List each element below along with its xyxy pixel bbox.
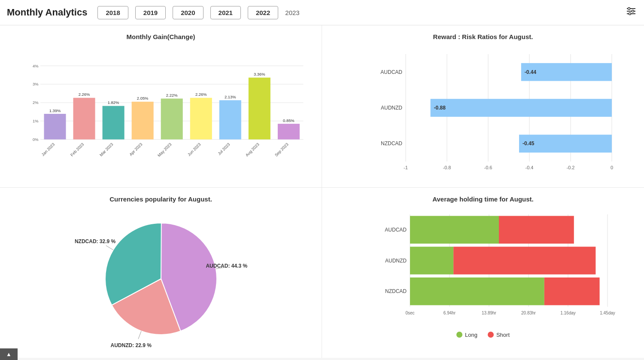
long-color-dot — [456, 332, 462, 338]
svg-rect-86 — [544, 277, 600, 305]
legend-long-label: Long — [465, 332, 477, 338]
svg-text:May 2023: May 2023 — [157, 142, 173, 158]
monthly-gain-title: Monthly Gain(Change) — [10, 33, 311, 40]
svg-text:-0.2: -0.2 — [567, 165, 575, 170]
svg-point-5 — [629, 13, 631, 15]
svg-text:0%: 0% — [33, 137, 39, 142]
svg-text:2.26%: 2.26% — [195, 92, 207, 97]
year-btn-2021[interactable]: 2021 — [210, 6, 241, 19]
svg-text:-0.88: -0.88 — [434, 105, 446, 111]
svg-text:-0.4: -0.4 — [526, 165, 534, 170]
svg-text:-0.44: -0.44 — [525, 69, 537, 75]
year-btn-2018[interactable]: 2018 — [97, 6, 128, 19]
svg-text:-1: -1 — [404, 165, 408, 170]
currencies-pie-panel: Currencies popularity for August. AUDCAD… — [0, 188, 322, 358]
legend-short: Short — [488, 332, 510, 338]
legend-area: Long Short — [332, 332, 634, 338]
svg-rect-22 — [103, 106, 125, 140]
header: Monthly Analytics 2018 2019 2020 2021 20… — [0, 0, 644, 25]
svg-rect-40 — [278, 124, 300, 139]
svg-rect-83 — [453, 247, 595, 275]
legend-short-label: Short — [496, 332, 510, 338]
svg-text:Apr 2023: Apr 2023 — [128, 142, 143, 157]
year-btn-2019[interactable]: 2019 — [135, 6, 166, 19]
holding-svg: 0sec6.94hr13.89hr20.83hr1.16day1.45dayAU… — [367, 208, 625, 328]
svg-rect-16 — [44, 114, 66, 140]
svg-rect-82 — [410, 247, 453, 275]
svg-point-3 — [628, 8, 630, 10]
pie-svg — [92, 210, 230, 348]
svg-rect-79 — [410, 216, 499, 243]
svg-text:Jun 2023: Jun 2023 — [187, 142, 202, 157]
holding-time-title: Average holding time for August. — [332, 195, 634, 203]
svg-text:AUDCAD: AUDCAD — [380, 69, 402, 75]
bottom-bar[interactable]: ▲ — [0, 348, 18, 360]
bar-chart-svg: 0%1%2%3%4%1.39%Jan 20232.26%Feb 20231.82… — [27, 46, 307, 174]
year-2023[interactable]: 2023 — [285, 9, 299, 16]
holding-time-panel: Average holding time for August. 0sec6.9… — [322, 188, 644, 358]
svg-rect-25 — [132, 102, 154, 140]
svg-rect-58 — [431, 99, 612, 117]
svg-text:2.05%: 2.05% — [137, 96, 149, 101]
svg-text:Jul 2023: Jul 2023 — [217, 142, 231, 156]
svg-text:AUDNZD: AUDNZD — [385, 257, 407, 263]
svg-text:2.22%: 2.22% — [166, 93, 178, 98]
svg-text:0.85%: 0.85% — [283, 118, 295, 123]
svg-text:1.82%: 1.82% — [108, 100, 119, 105]
svg-rect-34 — [219, 100, 241, 139]
svg-rect-19 — [73, 98, 95, 140]
svg-text:1.39%: 1.39% — [49, 108, 61, 113]
svg-text:NZDCAD: NZDCAD — [385, 288, 407, 294]
bottom-arrow: ▲ — [6, 351, 12, 357]
svg-text:13.89hr: 13.89hr — [482, 311, 497, 315]
rr-chart-svg: -1-0.8-0.6-0.4-0.20AUDCAD-0.44AUDNZD-0.8… — [367, 46, 625, 179]
monthly-gain-panel: Monthly Gain(Change) 0%1%2%3%4%1.39%Jan … — [0, 25, 322, 188]
rr-chart-area: -1-0.8-0.6-0.4-0.20AUDCAD-0.44AUDNZD-0.8… — [367, 46, 625, 179]
svg-text:0sec: 0sec — [405, 311, 414, 315]
svg-text:-0.8: -0.8 — [443, 165, 451, 170]
svg-text:Feb 2023: Feb 2023 — [70, 142, 85, 157]
svg-text:2%: 2% — [33, 100, 39, 105]
svg-line-64 — [216, 267, 224, 269]
bar-chart-area: 0%1%2%3%4%1.39%Jan 20232.26%Feb 20231.82… — [27, 46, 307, 174]
main-content: Monthly Gain(Change) 0%1%2%3%4%1.39%Jan … — [0, 25, 644, 358]
svg-text:3.36%: 3.36% — [254, 72, 265, 76]
pie-chart-area: AUDCAD: 44.3 %AUDNZD: 22.9 %NZDCAD: 32.9… — [10, 208, 311, 350]
svg-text:-0.45: -0.45 — [522, 140, 535, 146]
currencies-pie-title: Currencies popularity for August. — [10, 195, 311, 203]
svg-rect-85 — [410, 277, 544, 305]
legend-long: Long — [456, 332, 477, 338]
svg-point-4 — [632, 10, 634, 12]
svg-text:3%: 3% — [33, 82, 39, 86]
filter-icon[interactable] — [625, 5, 637, 20]
svg-text:Aug 2023: Aug 2023 — [245, 142, 260, 157]
svg-text:1.16day: 1.16day — [560, 311, 576, 315]
year-btn-2020[interactable]: 2020 — [173, 6, 203, 19]
svg-rect-80 — [499, 216, 574, 243]
svg-rect-37 — [249, 78, 270, 140]
year-btn-2022[interactable]: 2022 — [248, 6, 278, 19]
svg-text:0: 0 — [611, 165, 613, 170]
svg-text:2.26%: 2.26% — [79, 92, 90, 97]
svg-line-65 — [138, 331, 141, 339]
svg-text:AUDNZD: AUDNZD — [381, 105, 402, 111]
holding-chart-area: 0sec6.94hr13.89hr20.83hr1.16day1.45dayAU… — [367, 208, 625, 328]
svg-text:NZDCAD: NZDCAD — [381, 140, 402, 146]
reward-risk-title: Reward : Risk Ratios for August. — [332, 33, 634, 40]
reward-risk-panel: Reward : Risk Ratios for August. -1-0.8-… — [322, 25, 644, 188]
svg-text:1.45day: 1.45day — [600, 311, 615, 315]
svg-text:2.13%: 2.13% — [225, 95, 236, 99]
svg-text:Sep 2023: Sep 2023 — [274, 142, 289, 157]
page-title: Monthly Analytics — [7, 7, 87, 18]
svg-line-66 — [106, 245, 113, 250]
short-color-dot — [488, 332, 494, 338]
svg-text:AUDCAD: AUDCAD — [385, 226, 407, 232]
svg-text:Mar 2023: Mar 2023 — [99, 142, 114, 157]
svg-text:-0.6: -0.6 — [484, 165, 492, 170]
svg-rect-31 — [190, 98, 212, 140]
svg-text:6.94hr: 6.94hr — [444, 311, 456, 315]
svg-text:1%: 1% — [33, 119, 39, 123]
svg-rect-28 — [161, 98, 183, 139]
svg-text:4%: 4% — [33, 64, 39, 68]
svg-text:20.83hr: 20.83hr — [521, 311, 536, 315]
